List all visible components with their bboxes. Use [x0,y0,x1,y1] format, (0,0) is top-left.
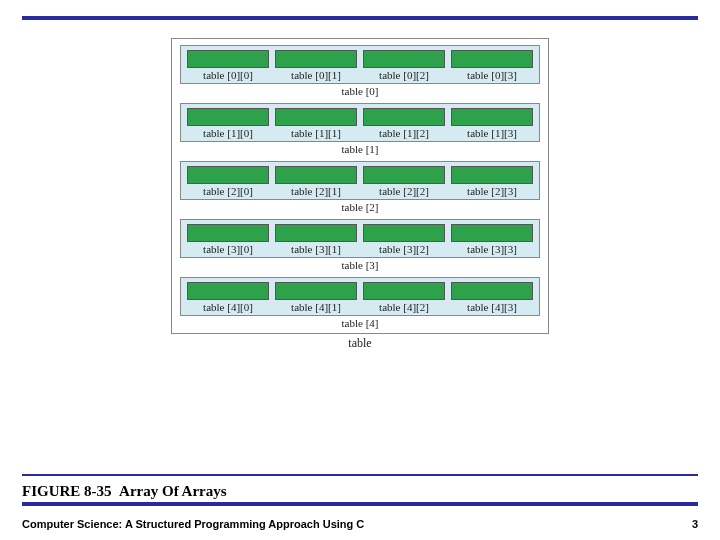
cell-label: table [0][3] [467,69,517,81]
cell-label: table [0][1] [291,69,341,81]
cell-box [187,108,269,126]
array-cell: table [0][1] [275,50,357,81]
cell-box [187,224,269,242]
outer-array-label: table [348,336,371,351]
cell-box [451,282,533,300]
cell-label: table [0][0] [203,69,253,81]
cell-box [275,166,357,184]
cell-box [275,282,357,300]
cell-box [187,166,269,184]
row-box: table [1][0] table [1][1] table [1][2] t… [180,103,540,142]
row-box: table [3][0] table [3][1] table [3][2] t… [180,219,540,258]
array-cell: table [4][2] [363,282,445,313]
cell-box [187,50,269,68]
cell-box [451,224,533,242]
cell-label: table [3][1] [291,243,341,255]
figure-title: Array Of Arrays [119,483,226,499]
array-cell: table [0][2] [363,50,445,81]
cell-label: table [4][0] [203,301,253,313]
array-cell: table [3][3] [451,224,533,255]
cell-box [363,224,445,242]
cell-label: table [2][2] [379,185,429,197]
cell-label: table [1][3] [467,127,517,139]
array-cell: table [1][1] [275,108,357,139]
array-row: table [1][0] table [1][1] table [1][2] t… [180,103,540,155]
array-row: table [4][0] table [4][1] table [4][2] t… [180,277,540,329]
cell-label: table [1][0] [203,127,253,139]
caption-divider-bottom [22,502,698,506]
cell-box [363,50,445,68]
cell-label: table [0][2] [379,69,429,81]
array-cell: table [1][0] [187,108,269,139]
array-cell: table [2][2] [363,166,445,197]
row-box: table [2][0] table [2][1] table [2][2] t… [180,161,540,200]
array-cell: table [4][3] [451,282,533,313]
cell-box [363,282,445,300]
array-cell: table [1][3] [451,108,533,139]
array-row: table [0][0] table [0][1] table [0][2] t… [180,45,540,97]
cell-label: table [2][3] [467,185,517,197]
cell-label: table [2][0] [203,185,253,197]
cell-box [187,282,269,300]
cell-label: table [1][2] [379,127,429,139]
cell-box [363,166,445,184]
array-cell: table [2][3] [451,166,533,197]
row-label: table [3] [342,259,379,271]
figure-caption: FIGURE 8-35 Array Of Arrays [22,483,227,500]
figure: table [0][0] table [0][1] table [0][2] t… [0,38,720,351]
array-cell: table [3][0] [187,224,269,255]
cell-label: table [3][0] [203,243,253,255]
cell-box [275,108,357,126]
row-box: table [4][0] table [4][1] table [4][2] t… [180,277,540,316]
array-cell: table [3][1] [275,224,357,255]
row-box: table [0][0] table [0][1] table [0][2] t… [180,45,540,84]
cell-label: table [1][1] [291,127,341,139]
cell-label: table [3][2] [379,243,429,255]
array-cell: table [4][0] [187,282,269,313]
figure-number: FIGURE 8-35 [22,483,112,499]
book-title: Computer Science: A Structured Programmi… [22,518,364,530]
cell-label: table [4][3] [467,301,517,313]
cell-label: table [2][1] [291,185,341,197]
array-row: table [3][0] table [3][1] table [3][2] t… [180,219,540,271]
array-cell: table [2][1] [275,166,357,197]
cell-box [275,224,357,242]
outer-array-box: table [0][0] table [0][1] table [0][2] t… [171,38,549,334]
cell-box [451,166,533,184]
array-cell: table [0][3] [451,50,533,81]
page-number: 3 [692,518,698,530]
cell-label: table [3][3] [467,243,517,255]
row-label: table [0] [342,85,379,97]
row-label: table [1] [342,143,379,155]
cell-label: table [4][1] [291,301,341,313]
cell-box [451,108,533,126]
array-cell: table [4][1] [275,282,357,313]
row-label: table [4] [342,317,379,329]
array-cell: table [2][0] [187,166,269,197]
cell-label: table [4][2] [379,301,429,313]
array-cell: table [3][2] [363,224,445,255]
slide: table [0][0] table [0][1] table [0][2] t… [0,0,720,540]
slide-footer: Computer Science: A Structured Programmi… [22,518,698,530]
array-cell: table [1][2] [363,108,445,139]
cell-box [275,50,357,68]
cell-box [363,108,445,126]
top-divider [22,16,698,20]
row-label: table [2] [342,201,379,213]
cell-box [451,50,533,68]
array-row: table [2][0] table [2][1] table [2][2] t… [180,161,540,213]
caption-divider-top [22,474,698,476]
array-cell: table [0][0] [187,50,269,81]
